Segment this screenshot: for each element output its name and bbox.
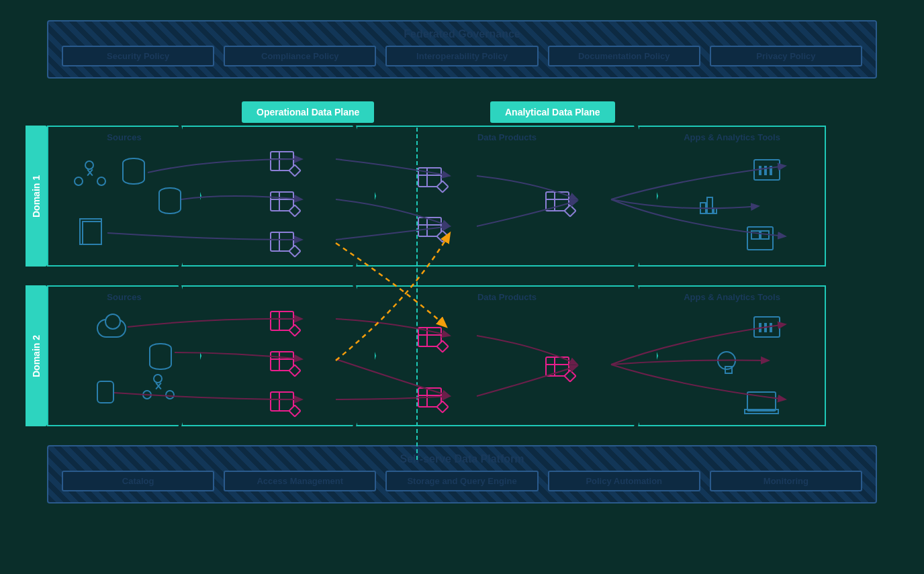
cap-access: Access Management bbox=[224, 471, 376, 491]
data-product-icon bbox=[418, 327, 442, 347]
d1-sources-label: Sources bbox=[48, 132, 200, 142]
d2-sources: Sources bbox=[47, 285, 201, 426]
cap-policy-auto: Policy Automation bbox=[548, 471, 700, 491]
dashboard-icon bbox=[747, 226, 774, 250]
analytical-plane-label: Analytical Data Plane bbox=[490, 101, 615, 123]
d2-products-label: Data Products bbox=[357, 292, 657, 302]
data-table-icon bbox=[270, 191, 294, 211]
cap-storage: Storage and Query Engine bbox=[385, 471, 538, 491]
domain-1: Domain 1 Sources Data Products bbox=[47, 126, 877, 267]
d1-apps-label: Apps & Analytics Tools bbox=[639, 132, 825, 142]
cluster-icon bbox=[74, 160, 106, 186]
d2-apps: Apps & Analytics Tools bbox=[638, 285, 826, 426]
data-product-icon bbox=[545, 191, 569, 211]
database-icon bbox=[158, 187, 181, 214]
laptop-icon bbox=[747, 391, 776, 412]
cap-monitoring: Monitoring bbox=[710, 471, 862, 491]
policy-privacy: Privacy Policy bbox=[710, 46, 862, 66]
insight-icon bbox=[717, 351, 736, 370]
data-table-icon bbox=[270, 232, 294, 252]
plane-labels: Operational Data Plane Analytical Data P… bbox=[47, 101, 877, 126]
database-icon bbox=[122, 158, 145, 185]
platform-capabilities: Catalog Access Management Storage and Qu… bbox=[62, 471, 862, 491]
data-mesh-diagram: Federated Governance Security Policy Com… bbox=[0, 0, 924, 574]
documents-icon bbox=[82, 221, 102, 245]
governance-title: Federated Governance bbox=[62, 28, 862, 40]
d2-products: Data Products bbox=[356, 285, 658, 426]
governance-policies: Security Policy Compliance Policy Intero… bbox=[62, 46, 862, 66]
d1-operational bbox=[181, 126, 376, 267]
data-table-icon bbox=[270, 391, 294, 412]
cluster-icon bbox=[142, 374, 175, 399]
domains-container: Domain 1 Sources Data Products bbox=[47, 126, 877, 426]
cap-catalog: Catalog bbox=[62, 471, 214, 491]
data-product-icon bbox=[418, 217, 442, 237]
domain-2-tab: Domain 2 bbox=[26, 285, 47, 426]
policy-interop: Interoperability Policy bbox=[385, 46, 538, 66]
device-icon bbox=[97, 381, 114, 403]
policy-security: Security Policy bbox=[62, 46, 214, 66]
d2-sources-label: Sources bbox=[48, 292, 200, 302]
policy-docs: Documentation Policy bbox=[548, 46, 700, 66]
operational-plane-label: Operational Data Plane bbox=[242, 101, 374, 123]
data-product-icon bbox=[418, 167, 442, 187]
d1-products: Data Products bbox=[356, 126, 658, 267]
database-icon bbox=[149, 343, 172, 370]
analytics-icon bbox=[700, 194, 725, 214]
cloud-icon bbox=[97, 319, 126, 338]
d1-products-label: Data Products bbox=[357, 132, 657, 142]
d1-sources: Sources bbox=[47, 126, 201, 267]
domain-2: Domain 2 Sources Data Products bbox=[47, 285, 877, 426]
d2-operational bbox=[181, 285, 376, 426]
chart-app-icon bbox=[753, 316, 780, 338]
d1-apps: Apps & Analytics Tools bbox=[638, 126, 826, 267]
data-table-icon bbox=[270, 311, 294, 331]
data-product-icon bbox=[418, 387, 442, 408]
platform-band: Self-serve Data Platform Catalog Access … bbox=[47, 445, 877, 504]
governance-band: Federated Governance Security Policy Com… bbox=[47, 20, 877, 79]
data-table-icon bbox=[270, 151, 294, 171]
d2-apps-label: Apps & Analytics Tools bbox=[639, 292, 825, 302]
data-product-icon bbox=[545, 356, 569, 377]
policy-compliance: Compliance Policy bbox=[224, 46, 376, 66]
platform-title: Self-serve Data Platform bbox=[62, 453, 862, 465]
chart-app-icon bbox=[753, 159, 780, 181]
domain-1-tab: Domain 1 bbox=[26, 126, 47, 267]
data-table-icon bbox=[270, 351, 294, 371]
